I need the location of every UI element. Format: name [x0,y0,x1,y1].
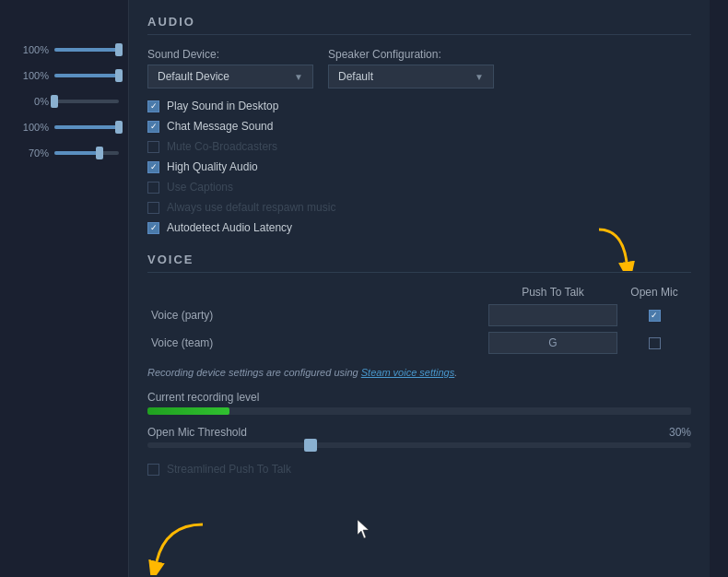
slider-row-1[interactable]: 100% [0,37,128,63]
sound-device-label: Sound Device: [147,48,313,61]
audio-checkboxes: Play Sound in Desktop Chat Message Sound… [147,100,691,234]
col-header-open-mic: Open Mic [617,286,691,299]
checkbox-play-sound-box[interactable] [147,100,159,112]
arrow-threshold-indicator [138,520,212,577]
checkbox-captions[interactable]: Use Captions [147,181,691,194]
voice-table: Push To Talk Open Mic Voice (party) Voic… [147,286,691,354]
checkbox-autodetect-label: Autodetect Audio Latency [167,221,292,234]
slider-label-2: 100% [16,70,49,81]
voice-party-row: Voice (party) [147,304,691,326]
slider-track-5[interactable] [54,151,119,155]
voice-team-push-value: G [548,336,557,349]
slider-track-4[interactable] [54,125,119,129]
checkbox-captions-label: Use Captions [167,181,233,194]
slider-fill-1 [54,48,119,52]
recording-notice-text: Recording device settings are configured… [147,367,361,378]
checkbox-chat-sound[interactable]: Chat Message Sound [147,120,691,133]
voice-team-open-mic-cell [617,337,691,349]
streamlined-label: Streamlined Push To Talk [167,463,291,476]
checkbox-chat-sound-box[interactable] [147,121,159,133]
slider-label-1: 100% [16,44,49,55]
slider-label-5: 70% [16,147,49,159]
threshold-header: Open Mic Threshold 30% [147,426,691,439]
checkbox-autodetect-box[interactable] [147,222,159,234]
threshold-section: Open Mic Threshold 30% [147,426,691,448]
checkbox-high-quality[interactable]: High Quality Audio [147,160,691,173]
voice-team-push-btn[interactable]: G [488,332,617,354]
steam-voice-settings-link[interactable]: Steam voice settings [361,367,455,378]
checkbox-chat-sound-label: Chat Message Sound [167,120,273,133]
recording-level-bar [147,407,691,415]
checkbox-mute-co-label: Mute Co-Broadcasters [167,140,277,153]
slider-label-3: 0% [16,96,49,107]
voice-party-open-mic-checkbox[interactable] [649,310,661,322]
recording-level-label: Current recording level [147,391,691,404]
audio-section: AUDIO Sound Device: Default Device ▼ Spe… [147,15,691,234]
sound-device-arrow-icon: ▼ [294,72,303,82]
checkbox-respawn-box[interactable] [147,202,159,214]
slider-row-5[interactable]: 70% [0,140,128,166]
speaker-config-label: Speaker Configuration: [328,48,494,61]
slider-fill-5 [54,151,100,155]
col-header-push-to-talk: Push To Talk [488,286,617,299]
threshold-value: 30% [669,426,691,439]
checkbox-high-quality-box[interactable] [147,161,159,173]
slider-row-4[interactable]: 100% [0,114,128,140]
streamlined-checkbox[interactable] [147,464,159,476]
voice-table-header: Push To Talk Open Mic [147,286,691,299]
slider-fill-2 [54,74,119,77]
slider-thumb-2[interactable] [115,69,123,82]
voice-party-open-mic-cell [617,310,691,322]
voice-section: VOICE Push To Talk Open Mic Voice (party… [147,253,691,476]
voice-party-push-btn[interactable] [488,304,617,326]
sound-device-dropdown[interactable]: Default Device ▼ [147,65,313,88]
checkbox-autodetect[interactable]: Autodetect Audio Latency [147,221,691,234]
streamlined-row: Streamlined Push To Talk [147,463,691,476]
speaker-config-arrow-icon: ▼ [475,72,484,82]
checkbox-mute-co[interactable]: Mute Co-Broadcasters [147,140,691,153]
recording-level-section: Current recording level [147,391,691,415]
svg-marker-2 [358,520,369,538]
threshold-label: Open Mic Threshold [147,426,247,439]
voice-team-row: Voice (team) G [147,332,691,354]
audio-section-title: AUDIO [147,15,691,35]
slider-track-1[interactable] [54,48,119,52]
slider-row-3[interactable]: 0% [0,88,128,114]
speaker-config-group: Speaker Configuration: Default ▼ [328,48,494,88]
slider-label-4: 100% [16,122,49,133]
threshold-track[interactable] [147,442,691,448]
slider-thumb-1[interactable] [115,43,123,56]
slider-thumb-4[interactable] [115,121,123,134]
checkbox-play-sound[interactable]: Play Sound in Desktop [147,100,691,112]
voice-section-title: VOICE [147,253,691,273]
sound-device-value: Default Device [158,70,229,83]
slider-thumb-5[interactable] [96,147,103,159]
checkbox-respawn-label: Always use default respawn music [167,201,335,214]
checkbox-play-sound-label: Play Sound in Desktop [167,100,278,112]
threshold-thumb[interactable] [304,439,317,452]
checkbox-captions-box[interactable] [147,182,159,194]
checkbox-high-quality-label: High Quality Audio [167,160,258,173]
checkbox-mute-co-box[interactable] [147,141,159,153]
voice-team-label: Voice (team) [147,336,488,349]
checkbox-respawn[interactable]: Always use default respawn music [147,201,691,214]
recording-level-fill [147,407,229,415]
main-content: AUDIO Sound Device: Default Device ▼ Spe… [129,0,710,577]
speaker-config-dropdown[interactable]: Default ▼ [328,65,494,88]
device-selectors: Sound Device: Default Device ▼ Speaker C… [147,48,691,88]
sound-device-group: Sound Device: Default Device ▼ [147,48,313,88]
recording-notice: Recording device settings are configured… [147,367,691,378]
slider-fill-4 [54,125,119,129]
speaker-config-value: Default [338,70,373,83]
voice-team-open-mic-checkbox[interactable] [649,337,661,349]
voice-party-label: Voice (party) [147,309,488,322]
slider-track-3[interactable] [54,100,119,103]
slider-row-2[interactable]: 100% [0,63,128,88]
left-panel: 100% 100% 0% 100% 70% [0,0,129,577]
slider-thumb-3[interactable] [51,95,58,108]
recording-notice-suffix: . [454,367,457,378]
cursor [358,520,372,541]
slider-track-2[interactable] [54,74,119,77]
right-panel [710,0,728,577]
